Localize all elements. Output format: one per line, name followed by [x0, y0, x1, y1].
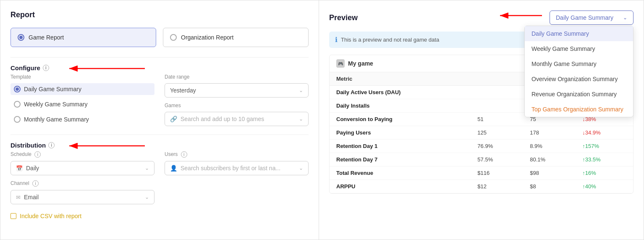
dropdown-item-overview-org[interactable]: Overview Organization Summary — [525, 71, 633, 87]
game-icon: 🎮 — [336, 59, 345, 68]
dropdown-item-weekly[interactable]: Weekly Game Summary — [525, 41, 633, 56]
game-report-label: Game Report — [29, 34, 64, 41]
metric-name: Total Revenue — [330, 166, 471, 180]
date-range-chevron-icon: ⌄ — [299, 87, 303, 93]
schedule-label-wrapper: Schedule i — [10, 151, 154, 158]
users-search[interactable]: 👤 Search subscribers by first or last na… — [165, 161, 309, 175]
channel-section: Channel i ✉ Email ⌄ — [10, 180, 154, 204]
preview-title: Preview — [329, 13, 358, 22]
table-row: Total Revenue$116$98↑16% — [330, 166, 633, 180]
template-dropdown-container: Daily Game Summary ⌄ Daily Game Summary … — [550, 11, 634, 25]
metric-v1: $116 — [471, 166, 523, 180]
metric-v2: $8 — [523, 180, 576, 193]
channel-label-wrapper: Channel i — [10, 180, 154, 187]
metric-name: Daily Active Users (DAU) — [330, 86, 471, 99]
email-icon: ✉ — [16, 194, 21, 200]
channel-info-icon[interactable]: i — [32, 180, 39, 187]
distribution-heading: Distribution i — [10, 142, 309, 149]
dist-grid: Schedule i 📅 Daily ⌄ Channel i — [10, 151, 309, 204]
channel-value: Email — [24, 194, 141, 200]
csv-checkbox[interactable] — [10, 213, 16, 219]
metric-name: Retention Day 1 — [330, 140, 471, 153]
metric-name: Conversion to Paying — [330, 113, 471, 126]
dropdown-item-daily[interactable]: Daily Game Summary — [525, 26, 633, 41]
users-info-icon[interactable]: i — [181, 151, 187, 158]
date-range-label: Date range — [165, 74, 309, 80]
games-label: Games — [165, 103, 309, 108]
schedule-value: Daily — [26, 165, 141, 171]
template-dropdown-chevron-icon: ⌄ — [623, 15, 627, 21]
template-weekly[interactable]: Weekly Game Summary — [10, 98, 154, 110]
link-icon: 🔗 — [170, 116, 177, 122]
metric-change: ↑16% — [576, 166, 633, 180]
right-panel: Preview Daily Game Summary ⌄ — [319, 0, 644, 240]
metric-name: Paying Users — [330, 126, 471, 140]
template-dropdown-button[interactable]: Daily Game Summary ⌄ — [550, 11, 634, 25]
configure-heading: Configure i — [10, 64, 309, 71]
configure-grid: Template Daily Game Summary Weekly Game … — [10, 74, 309, 126]
template-dropdown-value: Daily Game Summary — [556, 14, 613, 21]
preview-header: Preview Daily Game Summary ⌄ — [329, 11, 634, 25]
dropdown-item-topgames-org[interactable]: Top Games Organization Summary — [525, 102, 633, 117]
users-search-icon: 👤 — [170, 165, 177, 171]
date-range-select[interactable]: Yesterday ⌄ — [165, 83, 309, 98]
table-row: Retention Day 176.9%8.9%↑157% — [330, 140, 633, 153]
dropdown-item-monthly[interactable]: Monthly Game Summary — [525, 56, 633, 71]
table-row: Retention Day 757.5%80.1%↑33.5% — [330, 153, 633, 166]
template-dropdown-menu: Daily Game Summary Weekly Game Summary M… — [524, 26, 634, 117]
configure-left: Template Daily Game Summary Weekly Game … — [10, 74, 154, 126]
channel-label: Channel — [10, 180, 29, 186]
distribution-label: Distribution — [10, 142, 46, 149]
users-placeholder: Search subscribers by first or last na..… — [181, 165, 296, 171]
schedule-chevron-icon: ⌄ — [145, 165, 149, 171]
configure-info-icon[interactable]: i — [43, 65, 49, 71]
csv-checkbox-row[interactable]: Include CSV with report — [10, 213, 309, 219]
metric-v1 — [471, 86, 523, 99]
distribution-arrow-annotation — [65, 140, 149, 152]
report-type-row: Game Report Organization Report — [10, 28, 309, 47]
metric-v1: 76.9% — [471, 140, 523, 153]
template-monthly-label: Monthly Game Summary — [24, 116, 89, 123]
metric-v1 — [471, 99, 523, 113]
template-daily[interactable]: Daily Game Summary — [10, 83, 154, 95]
users-label: Users — [165, 151, 178, 157]
dropdown-item-revenue-org[interactable]: Revenue Organization Summary — [525, 87, 633, 102]
notice-info-icon: ℹ — [335, 36, 338, 44]
game-name: My game — [348, 60, 373, 67]
template-label: Template — [10, 74, 154, 80]
template-monthly[interactable]: Monthly Game Summary — [10, 113, 154, 125]
schedule-select[interactable]: 📅 Daily ⌄ — [10, 161, 154, 175]
metric-change: ↑40% — [576, 180, 633, 193]
col-v1 — [471, 72, 523, 86]
table-row: ARPPU$12$8↑40% — [330, 180, 633, 193]
org-report-radio[interactable] — [170, 34, 177, 41]
channel-chevron-icon: ⌄ — [145, 194, 149, 200]
schedule-info-icon[interactable]: i — [34, 151, 41, 158]
configure-right: Date range Yesterday ⌄ Games 🔗 Search an… — [165, 74, 309, 126]
game-report-radio[interactable] — [18, 34, 24, 41]
calendar-icon: 📅 — [16, 165, 23, 171]
metric-v1: $12 — [471, 180, 523, 193]
preview-arrow-annotation — [496, 7, 546, 24]
games-search[interactable]: 🔗 Search and add up to 10 games ⌄ — [165, 112, 309, 126]
template-daily-radio[interactable] — [14, 86, 21, 92]
date-range-value: Yesterday — [170, 87, 196, 94]
preview-header-right: Daily Game Summary ⌄ Daily Game Summary … — [550, 11, 634, 25]
channel-select[interactable]: ✉ Email ⌄ — [10, 190, 154, 204]
org-report-card[interactable]: Organization Report — [163, 28, 309, 47]
report-title: Report — [10, 11, 309, 19]
template-weekly-radio[interactable] — [14, 101, 21, 108]
distribution-info-icon[interactable]: i — [48, 142, 55, 148]
org-report-label: Organization Report — [181, 34, 233, 41]
schedule-label: Schedule — [10, 151, 31, 157]
left-panel: Report Game Report Organization Report C… — [0, 0, 319, 240]
metric-v1: 57.5% — [471, 153, 523, 166]
metric-name: ARPPU — [330, 180, 471, 193]
dist-left: Schedule i 📅 Daily ⌄ Channel i — [10, 151, 154, 204]
csv-label: Include CSV with report — [20, 213, 81, 219]
metric-v2: 8.9% — [523, 140, 576, 153]
template-monthly-radio[interactable] — [14, 116, 21, 123]
metric-name: Daily Installs — [330, 99, 471, 113]
game-report-card[interactable]: Game Report — [10, 28, 156, 47]
template-weekly-label: Weekly Game Summary — [24, 101, 87, 108]
